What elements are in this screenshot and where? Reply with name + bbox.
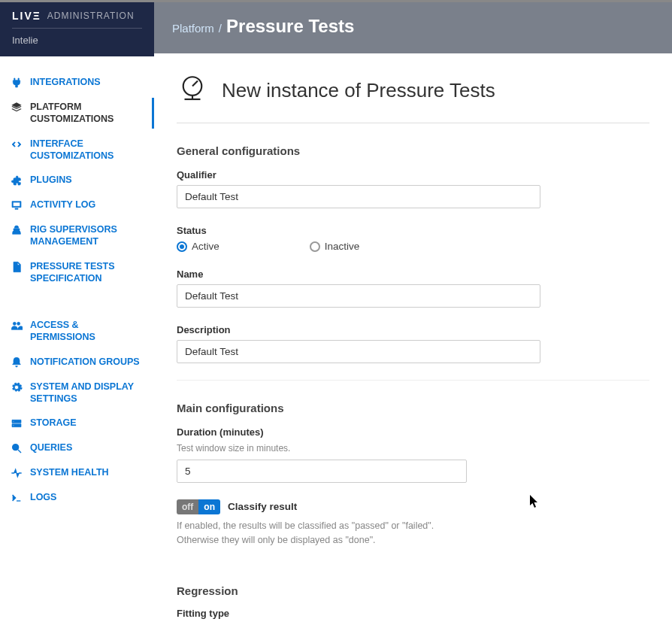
sidebar-item-label: ACTIVITY LOG <box>30 199 144 211</box>
classify-label: Classify result <box>228 501 297 512</box>
search-icon <box>11 442 23 454</box>
status-inactive-radio[interactable]: Inactive <box>310 241 360 252</box>
sidebar-item-label: STORAGE <box>30 417 144 429</box>
terminal-icon <box>11 492 23 504</box>
name-input[interactable] <box>177 284 540 308</box>
sidebar: LIVΞ ADMINISTRATION Intelie INTEGRATIONS… <box>0 2 154 628</box>
main-config-section-title: Main configurations <box>177 402 649 414</box>
sidebar-item-label: RIG SUPERVISORS MANAGEMENT <box>30 223 144 248</box>
status-inactive-text: Inactive <box>325 241 360 252</box>
activity-icon <box>11 467 23 479</box>
duration-input[interactable] <box>177 460 467 483</box>
radio-icon <box>177 241 187 252</box>
status-active-radio[interactable]: Active <box>177 241 219 252</box>
sidebar-item-label: PRESSURE TESTS SPECIFICATION <box>30 260 144 285</box>
sidebar-item-label: LOGS <box>30 491 144 503</box>
settings-icon <box>11 381 23 393</box>
svg-line-4 <box>192 81 198 86</box>
sidebar-item-activity-log[interactable]: ACTIVITY LOG <box>0 193 154 217</box>
sidebar-item-storage[interactable]: STORAGE <box>0 411 154 435</box>
sidebar-item-system-display-settings[interactable]: SYSTEM AND DISPLAY SETTINGS <box>0 375 154 411</box>
sidebar-item-label: SYSTEM AND DISPLAY SETTINGS <box>30 381 144 405</box>
monitor-icon <box>11 199 23 211</box>
classify-toggle[interactable]: off on <box>177 499 220 514</box>
breadcrumb-sep: / <box>219 22 222 35</box>
sidebar-item-plugins[interactable]: PLUGINS <box>0 168 154 193</box>
sidebar-item-platform-customizations[interactable]: PLATFORM CUSTOMIZATIONS <box>0 95 154 132</box>
storage-icon <box>11 417 23 429</box>
sidebar-item-label: ACCESS & PERMISSIONS <box>30 319 144 344</box>
svg-line-1 <box>18 450 21 453</box>
sidebar-item-label: SYSTEM HEALTH <box>30 466 144 478</box>
qualifier-label: Qualifier <box>177 169 649 181</box>
sidebar-item-label: PLATFORM CUSTOMIZATIONS <box>30 101 144 126</box>
code-icon <box>11 138 23 150</box>
duration-help: Test window size in minutes. <box>177 442 649 455</box>
description-label: Description <box>177 324 649 335</box>
plug-icon <box>11 77 23 89</box>
page-title-text: New instance of Pressure Tests <box>222 79 495 102</box>
sidebar-item-label: NOTIFICATION GROUPS <box>30 356 144 368</box>
bell-icon <box>11 356 23 369</box>
sidebar-item-integrations[interactable]: INTEGRATIONS <box>0 70 154 95</box>
puzzle-icon <box>11 174 23 187</box>
sidebar-nav: INTEGRATIONS PLATFORM CUSTOMIZATIONS INT… <box>0 56 154 628</box>
name-label: Name <box>177 268 649 280</box>
sidebar-header: LIVΞ ADMINISTRATION Intelie <box>0 2 154 56</box>
svg-point-0 <box>13 444 19 451</box>
status-label: Status <box>177 225 649 236</box>
layers-icon <box>11 102 23 114</box>
duration-label: Duration (minutes) <box>177 426 649 438</box>
sidebar-item-interface-customizations[interactable]: INTERFACE CUSTOMIZATIONS <box>0 132 154 168</box>
sidebar-item-queries[interactable]: QUERIES <box>0 435 154 460</box>
sidebar-item-label: QUERIES <box>30 441 144 454</box>
main: Platform / Pressure Tests New instance o… <box>154 2 672 628</box>
users-icon <box>11 320 23 332</box>
sidebar-item-logs[interactable]: LOGS <box>0 485 154 510</box>
general-section-title: General configurations <box>177 144 649 157</box>
classify-help: If enabled, the results will be classifi… <box>177 519 462 548</box>
document-icon <box>11 261 23 273</box>
sidebar-item-access-permissions[interactable]: ACCESS & PERMISSIONS <box>0 313 154 350</box>
sidebar-item-label: INTEGRATIONS <box>30 76 144 88</box>
brand-company: Intelie <box>12 35 142 46</box>
supervisor-icon <box>11 224 23 236</box>
qualifier-input[interactable] <box>177 185 540 208</box>
description-input[interactable] <box>177 340 540 363</box>
page-title: New instance of Pressure Tests <box>177 73 649 123</box>
fitting-type-label: Fitting type <box>177 608 649 619</box>
toggle-off: off <box>177 499 198 514</box>
toggle-on: on <box>198 499 220 514</box>
brand-live: LIVΞ <box>12 10 41 22</box>
sidebar-item-notification-groups[interactable]: NOTIFICATION GROUPS <box>0 350 154 375</box>
gauge-icon <box>177 73 208 108</box>
breadcrumb-current: Pressure Tests <box>226 16 354 37</box>
radio-icon <box>310 241 320 252</box>
sidebar-item-label: PLUGINS <box>30 174 144 186</box>
brand-admin-label: ADMINISTRATION <box>47 11 135 21</box>
sidebar-item-system-health[interactable]: SYSTEM HEALTH <box>0 460 154 485</box>
breadcrumb: Platform / Pressure Tests <box>172 16 654 37</box>
sidebar-item-rig-supervisors[interactable]: RIG SUPERVISORS MANAGEMENT <box>0 217 154 254</box>
topbar: Platform / Pressure Tests <box>154 2 672 53</box>
sidebar-item-label: INTERFACE CUSTOMIZATIONS <box>30 138 144 162</box>
content: New instance of Pressure Tests General c… <box>154 53 672 628</box>
status-active-text: Active <box>192 241 219 252</box>
regression-section-title: Regression <box>177 584 649 597</box>
breadcrumb-root[interactable]: Platform <box>172 22 214 35</box>
sidebar-item-pressure-tests-spec[interactable]: PRESSURE TESTS SPECIFICATION <box>0 254 154 291</box>
